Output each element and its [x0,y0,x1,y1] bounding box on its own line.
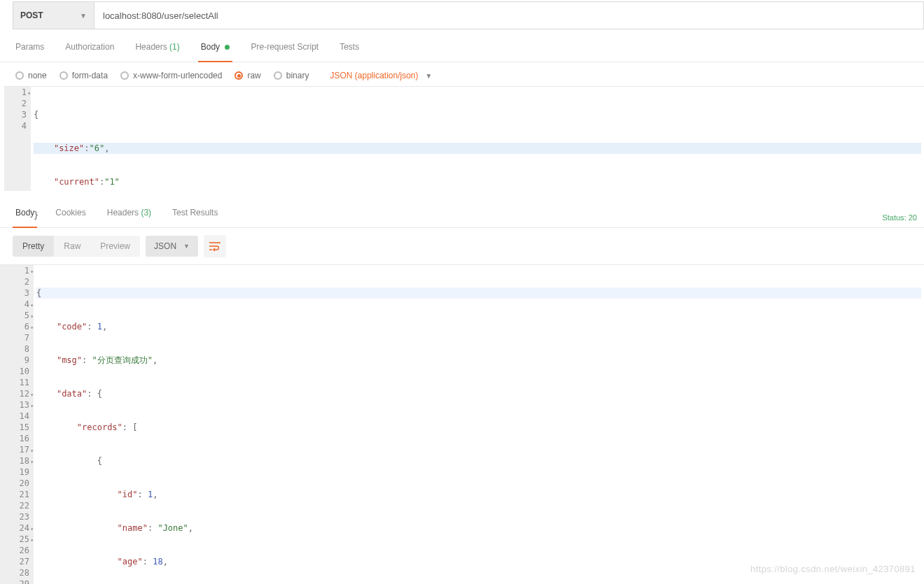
radio-on-icon [234,71,243,80]
radio-none[interactable]: none [15,71,47,80]
request-body-editor[interactable]: 1▾ 2 3 4 { "size":"6", "current":"1" } [4,86,924,191]
view-raw[interactable]: Raw [54,236,90,257]
url-input[interactable] [94,2,923,29]
resp-headers-label: Headers [107,208,139,218]
view-mode-group: Pretty Raw Preview [13,236,140,257]
format-select[interactable]: JSON ▼ [146,236,198,257]
wrap-lines-button[interactable] [204,235,226,257]
status-display: Status: 20 [882,213,917,222]
tab-params[interactable]: Params [13,42,47,62]
format-label: JSON [154,241,176,251]
chevron-down-icon: ▼ [80,12,87,20]
gutter: 1▾ 2 3 4 [4,87,31,191]
chevron-down-icon: ▼ [426,72,433,80]
http-method-select[interactable]: POST ▼ [13,2,94,29]
radio-binary[interactable]: binary [274,71,309,80]
tab-authorization[interactable]: Authorization [62,42,117,62]
radio-x-www-form[interactable]: x-www-form-urlencoded [120,71,222,80]
status-code: 20 [909,213,917,222]
radio-icon [120,71,129,80]
wrap-icon [209,241,221,251]
response-tabs: Body Cookies Headers (3) Test Results [13,208,220,227]
view-preview[interactable]: Preview [90,236,140,257]
resp-tab-test-results[interactable]: Test Results [169,208,220,227]
code-area[interactable]: { "size":"6", "current":"1" } [31,87,924,191]
radio-form-data[interactable]: form-data [59,71,108,80]
headers-count: (1) [169,42,180,52]
tab-headers-label: Headers [135,42,167,52]
body-indicator-dot [225,45,230,50]
tab-headers[interactable]: Headers (1) [132,42,182,62]
chevron-down-icon: ▼ [183,243,190,250]
fold-icon[interactable]: ▾ [27,88,31,99]
view-pretty[interactable]: Pretty [13,236,54,257]
radio-icon [59,71,68,80]
resp-tab-cookies[interactable]: Cookies [52,208,88,227]
tab-body-label: Body [201,42,220,52]
tab-tests[interactable]: Tests [337,42,362,62]
radio-icon [15,71,24,80]
radio-raw[interactable]: raw [234,71,260,80]
response-body-editor[interactable]: 1▾234▾5▾6▾789101112▾13▾14151617▾18▾19202… [0,264,924,584]
tab-body[interactable]: Body [198,42,233,62]
status-label: Status: [882,213,906,222]
code-area[interactable]: { "code": 1, "msg": "分页查询成功", "data": { … [34,265,924,584]
resp-headers-count: (3) [141,208,151,218]
tab-prerequest[interactable]: Pre-request Script [248,42,321,62]
request-url-bar: POST ▼ [13,1,924,29]
request-tabs: Params Authorization Headers (1) Body Pr… [0,29,924,62]
resp-tab-body[interactable]: Body [13,208,37,227]
resp-tab-headers[interactable]: Headers (3) [104,208,154,227]
method-label: POST [20,10,43,20]
radio-icon [274,71,282,80]
gutter: 1▾234▾5▾6▾789101112▾13▾14151617▾18▾19202… [0,265,34,584]
content-type-select[interactable]: JSON (application/json) ▼ [330,71,432,80]
body-type-row: none form-data x-www-form-urlencoded raw… [0,62,924,86]
content-type-label: JSON (application/json) [330,71,418,80]
